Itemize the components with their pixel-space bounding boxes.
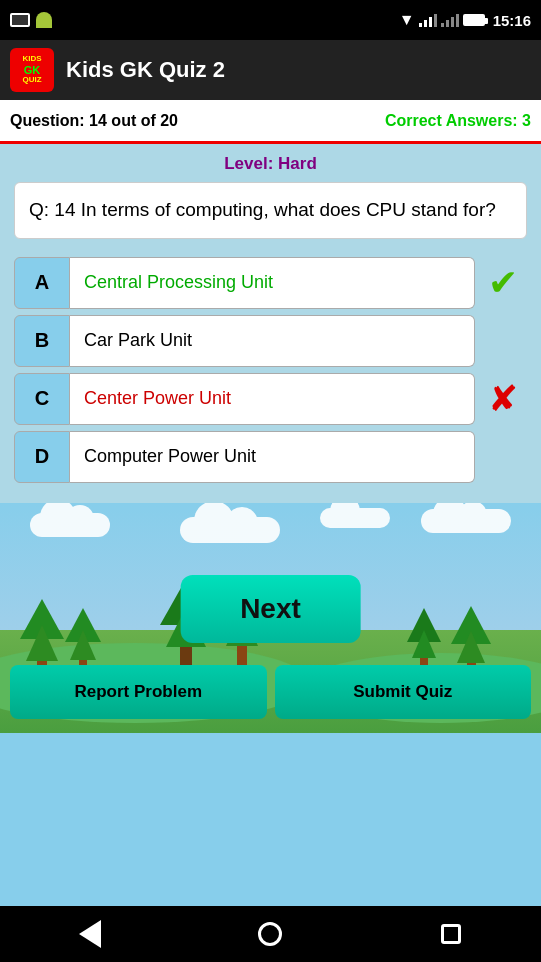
answer-letter-d: D: [14, 431, 70, 483]
question-counter: Question: 14 out of 20: [10, 112, 178, 130]
nav-home-button[interactable]: [250, 914, 290, 954]
level-label: Level: Hard: [14, 154, 527, 174]
signal-icon-2: [441, 13, 459, 27]
question-box: Q: 14 In terms of computing, what does C…: [14, 182, 527, 239]
wifi-icon: ▼: [399, 11, 415, 29]
answer-row-d[interactable]: D Computer Power Unit: [14, 431, 527, 483]
wrong-indicator: ✘: [479, 378, 527, 420]
answer-row-a[interactable]: A Central Processing Unit ✔: [14, 257, 527, 309]
answer-letter-c: C: [14, 373, 70, 425]
cloud-4: [320, 508, 390, 528]
screen-icon: [10, 13, 30, 27]
main-content: Level: Hard Q: 14 In terms of computing,…: [0, 144, 541, 503]
app-logo: KIDS GK QUIZ: [10, 48, 54, 92]
back-icon: [79, 920, 101, 948]
android-icon: [36, 12, 52, 28]
cloud-1: [30, 513, 110, 537]
recent-icon: [441, 924, 461, 944]
submit-quiz-button[interactable]: Submit Quiz: [275, 665, 532, 719]
answer-text-c: Center Power Unit: [70, 373, 475, 425]
answers-section: A Central Processing Unit ✔ B Car Park U…: [14, 257, 527, 483]
answer-letter-a: A: [14, 257, 70, 309]
answer-row-b[interactable]: B Car Park Unit: [14, 315, 527, 367]
correct-answers: Correct Answers: 3: [385, 112, 531, 130]
question-bar: Question: 14 out of 20 Correct Answers: …: [0, 100, 541, 144]
answer-text-d: Computer Power Unit: [70, 431, 475, 483]
next-button-container: Next: [180, 575, 361, 643]
scene-area: Next Report Problem Submit Quiz: [0, 503, 541, 733]
cloud-2: [180, 517, 280, 543]
nav-back-button[interactable]: [70, 914, 110, 954]
nav-recent-button[interactable]: [431, 914, 471, 954]
cloud-3: [421, 509, 511, 533]
logo-line3: QUIZ: [22, 76, 41, 85]
report-problem-button[interactable]: Report Problem: [10, 665, 267, 719]
battery-icon: [463, 14, 485, 26]
answer-text-a: Central Processing Unit: [70, 257, 475, 309]
nav-bar: [0, 906, 541, 962]
status-bar-right: ▼ 15:16: [399, 11, 531, 29]
logo-line1: KIDS: [22, 55, 41, 64]
answer-text-b: Car Park Unit: [70, 315, 475, 367]
answer-letter-b: B: [14, 315, 70, 367]
correct-indicator: ✔: [479, 262, 527, 304]
app-header: KIDS GK QUIZ Kids GK Quiz 2: [0, 40, 541, 100]
time-display: 15:16: [493, 12, 531, 29]
home-icon: [258, 922, 282, 946]
app-title: Kids GK Quiz 2: [66, 57, 225, 83]
status-bar: ▼ 15:16: [0, 0, 541, 40]
next-button[interactable]: Next: [180, 575, 361, 643]
signal-icon: [419, 13, 437, 27]
page-wrapper: ▼ 15:16 KIDS GK QUIZ Kids GK Quiz 2: [0, 0, 541, 962]
answer-row-c[interactable]: C Center Power Unit ✘: [14, 373, 527, 425]
status-bar-left: [10, 12, 52, 28]
bottom-buttons: Report Problem Submit Quiz: [10, 665, 531, 719]
